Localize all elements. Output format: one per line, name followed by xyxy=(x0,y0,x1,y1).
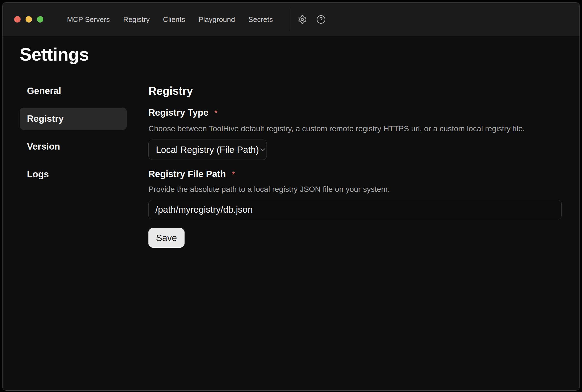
settings-panel-registry: Registry Registry Type * Choose between … xyxy=(148,80,563,248)
app-window: MCP Servers Registry Clients Playground … xyxy=(2,2,580,391)
registry-file-path-input[interactable] xyxy=(148,200,562,219)
traffic-lights xyxy=(14,16,43,23)
settings-button[interactable] xyxy=(297,14,308,25)
registry-file-path-label-row: Registry File Path * xyxy=(148,168,563,180)
titlebar: MCP Servers Registry Clients Playground … xyxy=(3,3,579,36)
close-window-button[interactable] xyxy=(14,16,21,23)
sidebar-item-label: Version xyxy=(27,141,60,152)
help-button[interactable] xyxy=(315,14,327,25)
section-heading: Registry xyxy=(148,84,563,98)
registry-type-select-value: Local Registry (File Path) xyxy=(156,145,259,155)
sidebar-item-label: General xyxy=(27,86,61,96)
titlebar-tools xyxy=(289,9,327,30)
sidebar-item-version[interactable]: Version xyxy=(20,135,127,158)
registry-type-description: Choose between ToolHive default registry… xyxy=(148,123,563,134)
minimize-window-button[interactable] xyxy=(26,16,32,23)
chevron-down-icon xyxy=(259,146,267,154)
sidebar-item-registry[interactable]: Registry xyxy=(20,108,127,130)
registry-file-path-label: Registry File Path xyxy=(148,168,226,180)
gear-icon xyxy=(298,15,307,24)
nav-item-mcp-servers[interactable]: MCP Servers xyxy=(67,15,110,24)
top-nav: MCP Servers Registry Clients Playground … xyxy=(67,15,273,24)
help-icon xyxy=(316,15,326,24)
page-title: Settings xyxy=(20,44,89,65)
sidebar-item-logs[interactable]: Logs xyxy=(20,163,127,185)
nav-item-secrets[interactable]: Secrets xyxy=(248,15,273,24)
registry-type-label-row: Registry Type * xyxy=(148,107,563,118)
required-asterisk: * xyxy=(232,169,235,180)
nav-item-registry[interactable]: Registry xyxy=(123,15,150,24)
required-asterisk: * xyxy=(214,107,218,118)
registry-type-label: Registry Type xyxy=(148,107,208,118)
registry-file-path-description: Provide the absolute path to a local reg… xyxy=(148,184,563,195)
settings-sidebar: General Registry Version Logs xyxy=(20,80,127,191)
nav-item-clients[interactable]: Clients xyxy=(163,15,185,24)
sidebar-item-label: Logs xyxy=(27,169,49,180)
sidebar-item-general[interactable]: General xyxy=(20,80,127,102)
nav-item-playground[interactable]: Playground xyxy=(198,15,235,24)
zoom-window-button[interactable] xyxy=(37,16,43,23)
titlebar-divider xyxy=(289,9,289,30)
sidebar-item-label: Registry xyxy=(27,113,64,124)
registry-type-select[interactable]: Local Registry (File Path) xyxy=(148,140,267,160)
save-button[interactable]: Save xyxy=(148,228,185,248)
